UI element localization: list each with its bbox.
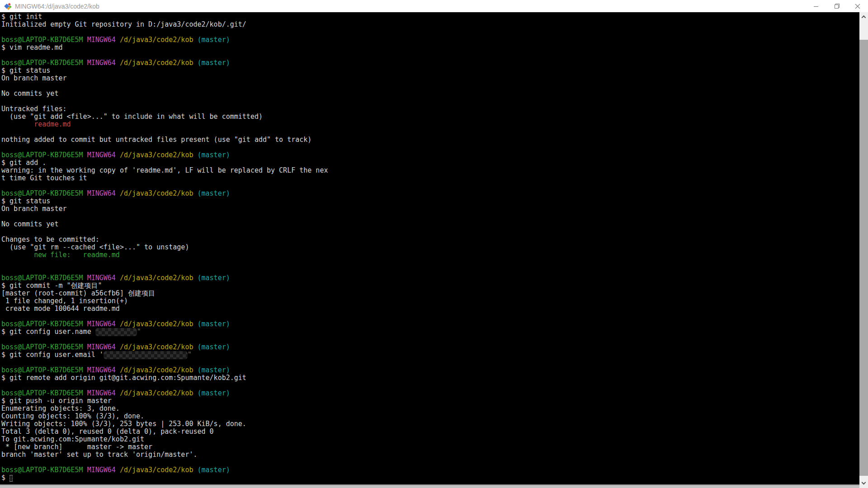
terminal-text: $ [1,474,9,482]
terminal-line [1,213,859,221]
terminal-text: $ git commit -m "创建项目" [1,282,102,290]
terminal-line [1,82,859,90]
scrollbar-thumb[interactable] [859,40,868,476]
terminal-text: boss@LAPTOP-KB7D6E5M [1,389,83,397]
terminal-line: boss@LAPTOP-KB7D6E5M MINGW64 /d/java3/co… [1,320,859,328]
terminal-text [83,466,87,474]
window-controls [806,0,868,12]
terminal-line: On branch master [1,205,859,213]
terminal-text: (use "git rm --cached <file>..." to unst… [1,243,189,251]
scrollbar-up-button[interactable] [859,12,868,21]
terminal-text: (master) [198,59,230,67]
terminal-text: MINGW64 [87,274,116,282]
terminal-text: No commits yet [1,220,58,228]
terminal-text: Enumerating objects: 3, done. [1,404,120,413]
terminal-text [116,59,120,67]
terminal-text [83,36,87,44]
terminal-text: $ git config user.name [1,328,95,336]
terminal-text: On branch master [1,205,67,213]
terminal-text: Changes to be committed: [1,235,99,244]
chevron-up-icon [862,15,866,19]
terminal-line [1,128,859,136]
close-button[interactable] [847,0,868,12]
terminal-output[interactable]: $ git initInitialized empty Git reposito… [0,12,859,484]
terminal-text: (master) [198,389,230,397]
terminal-text [83,320,87,328]
terminal-text [83,151,87,159]
terminal-text [193,189,197,197]
terminal-text: " [137,328,141,336]
redacted-user-name [95,328,137,336]
terminal-line: Counting objects: 100% (3/3), done. [1,413,859,420]
terminal-line [1,267,859,274]
window-title: MINGW64:/d/java3/code2/kob [15,3,806,10]
terminal-line: $ git init [1,13,859,21]
terminal-line: $ vim readme.md [1,44,859,52]
terminal-line: * [new branch] master -> master [1,443,859,451]
restore-button[interactable] [826,0,847,12]
terminal-line: boss@LAPTOP-KB7D6E5M MINGW64 /d/java3/co… [1,36,859,44]
terminal-text: boss@LAPTOP-KB7D6E5M [1,189,83,197]
terminal-line: 1 file changed, 1 insertion(+) [1,297,859,305]
terminal-line [1,382,859,389]
terminal-text [116,36,120,44]
terminal-text: boss@LAPTOP-KB7D6E5M [1,466,83,474]
mingw64-terminal-window: MINGW64:/d/java3/code2/kob $ git initIni… [0,0,868,488]
terminal-line: $ git add . [1,159,859,167]
terminal-text [116,189,120,197]
terminal-line: Initialized empty Git repository in D:/j… [1,21,859,28]
terminal-text [193,274,197,282]
terminal-text [116,151,120,159]
terminal-text: 1 file changed, 1 insertion(+) [1,297,128,305]
minimize-icon [813,4,819,9]
terminal-line: boss@LAPTOP-KB7D6E5M MINGW64 /d/java3/co… [1,466,859,474]
terminal-text: Counting objects: 100% (3/3), done. [1,412,144,420]
terminal-line: branch 'master' set up to track 'origin/… [1,451,859,459]
terminal-text: create mode 100644 readme.md [1,305,120,313]
terminal-line: On branch master [1,75,859,82]
terminal-line: Enumerating objects: 3, done. [1,405,859,413]
terminal-text: t time Git touches it [1,174,87,182]
terminal-text: /d/java3/code2/kob [120,389,193,397]
terminal-text [193,389,197,397]
terminal-text [116,389,120,397]
terminal-text: * [new branch] master -> master [1,443,152,451]
terminal-text: boss@LAPTOP-KB7D6E5M [1,343,83,351]
terminal-line: $ git status [1,67,859,75]
terminal-text: (master) [198,366,230,374]
terminal-text: (master) [198,189,230,197]
terminal-text: $ vim readme.md [1,43,62,52]
terminal-text: Initialized empty Git repository in D:/j… [1,20,246,28]
terminal-line: No commits yet [1,221,859,228]
terminal-text [193,320,197,328]
terminal-text [193,59,197,67]
terminal-text: MINGW64 [87,366,116,374]
terminal-line: boss@LAPTOP-KB7D6E5M MINGW64 /d/java3/co… [1,190,859,197]
terminal-line [1,259,859,267]
terminal-text [116,366,120,374]
terminal-text: Total 3 (delta 0), reused 0 (delta 0), p… [1,427,214,436]
terminal-text: Untracked files: [1,105,67,113]
terminal-text: new file: readme.md [1,251,120,259]
terminal-line: boss@LAPTOP-KB7D6E5M MINGW64 /d/java3/co… [1,343,859,351]
terminal-line: $ git remote add origin git@git.acwing.c… [1,374,859,382]
terminal-text: MINGW64 [87,36,116,44]
minimize-button[interactable] [806,0,826,12]
terminal-line: $ [1,474,859,482]
terminal-text [193,366,197,374]
terminal-line: create mode 100644 readme.md [1,305,859,313]
terminal-text [193,36,197,44]
terminal-line: t time Git touches it [1,174,859,182]
scrollbar-down-button[interactable] [859,479,868,488]
terminal-line: Writing objects: 100% (3/3), 253 bytes |… [1,420,859,428]
terminal-line: $ git status [1,197,859,205]
terminal-line: (use "git add <file>..." to include in w… [1,113,859,121]
terminal-line: boss@LAPTOP-KB7D6E5M MINGW64 /d/java3/co… [1,366,859,374]
git-mingw64-diamond-icon[interactable] [4,2,12,10]
terminal-text: " [188,351,192,359]
terminal-line [1,52,859,59]
close-icon [855,4,860,9]
terminal-line [1,28,859,36]
terminal-text: boss@LAPTOP-KB7D6E5M [1,36,83,44]
terminal-line: Untracked files: [1,105,859,113]
